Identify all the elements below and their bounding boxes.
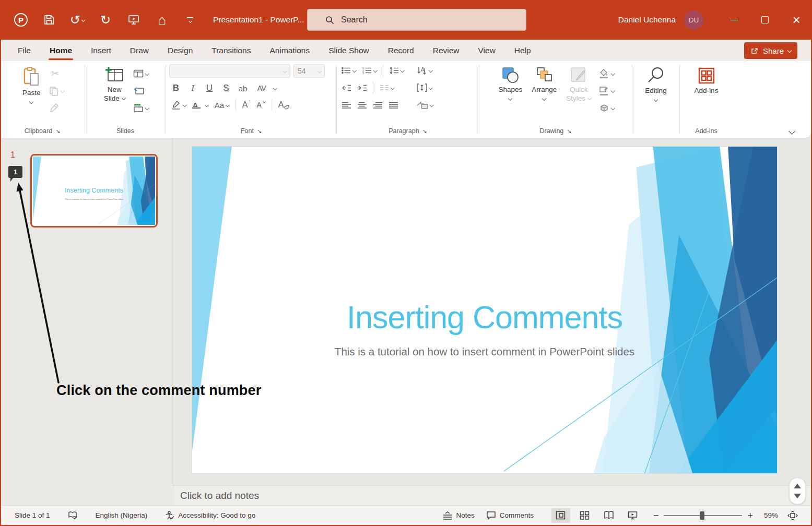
comments-toggle-button[interactable]: Comments: [481, 508, 538, 522]
zoom-in-button[interactable]: +: [747, 511, 753, 520]
editing-button[interactable]: Editing: [642, 64, 669, 103]
tab-home[interactable]: Home: [40, 40, 81, 61]
italic-button[interactable]: I: [186, 81, 199, 95]
numbering-button[interactable]: 1 2 3: [361, 64, 379, 77]
undo-button[interactable]: ↺: [70, 13, 85, 27]
reading-view-button[interactable]: [599, 508, 618, 523]
tab-design[interactable]: Design: [158, 40, 202, 61]
bullets-button[interactable]: [340, 64, 358, 77]
paragraph-dialog-launcher-icon[interactable]: ↘: [422, 128, 427, 135]
normal-view-button[interactable]: [551, 508, 570, 523]
decrease-indent-button[interactable]: [340, 81, 352, 94]
tab-help[interactable]: Help: [505, 40, 540, 61]
spellcheck-status[interactable]: [68, 511, 78, 520]
tab-animations[interactable]: Animations: [260, 40, 319, 61]
tab-slideshow[interactable]: Slide Show: [319, 40, 379, 61]
zoom-level[interactable]: 59%: [758, 511, 778, 519]
start-slideshow-icon[interactable]: [126, 13, 141, 27]
reset-slide-button[interactable]: [132, 85, 150, 97]
search-input[interactable]: Search: [307, 9, 526, 31]
language-status[interactable]: English (Nigeria): [96, 511, 148, 519]
minimize-button[interactable]: [718, 0, 749, 40]
cut-button[interactable]: ✂: [47, 67, 66, 80]
comment-badge[interactable]: 1: [8, 166, 22, 178]
line-spacing-button[interactable]: [388, 64, 406, 77]
font-name-combobox[interactable]: [169, 64, 290, 78]
accessibility-person-icon: [165, 511, 174, 520]
change-case-button[interactable]: Aa: [213, 99, 231, 111]
tab-review[interactable]: Review: [423, 40, 469, 61]
avatar[interactable]: DU: [684, 10, 703, 30]
font-color-button[interactable]: A: [191, 99, 210, 111]
shapes-button[interactable]: Shapes: [495, 64, 525, 102]
slideshow-view-button[interactable]: [623, 508, 642, 523]
new-slide-button[interactable]: New Slide: [101, 64, 128, 105]
bold-button[interactable]: B: [169, 81, 183, 95]
tab-record[interactable]: Record: [379, 40, 423, 61]
previous-slide-icon[interactable]: [794, 484, 801, 488]
decrease-font-size-button[interactable]: A: [255, 99, 266, 111]
increase-font-size-button[interactable]: Aˆ: [241, 99, 252, 111]
notes-pane[interactable]: Click to add notes: [172, 485, 811, 505]
slide-subtitle[interactable]: This is a tutorial on how to insert comm…: [192, 345, 777, 358]
clear-formatting-button[interactable]: A: [277, 99, 291, 111]
slide-title[interactable]: Inserting Comments: [192, 299, 777, 336]
align-center-button[interactable]: [356, 99, 368, 111]
tab-file[interactable]: File: [8, 40, 40, 61]
font-size-combobox[interactable]: 54: [293, 64, 325, 78]
quick-styles-button[interactable]: Quick Styles: [563, 64, 594, 105]
tab-draw[interactable]: Draw: [121, 40, 158, 61]
highlight-color-button[interactable]: [169, 99, 188, 111]
powerpoint-logo-icon[interactable]: P: [14, 13, 28, 27]
text-shadow-button[interactable]: S: [219, 81, 233, 95]
paste-button[interactable]: Paste: [19, 64, 44, 105]
next-slide-icon[interactable]: [794, 494, 801, 498]
user-name[interactable]: Daniel Uchenna: [618, 15, 676, 25]
shape-effects-button[interactable]: [597, 102, 616, 114]
format-painter-button[interactable]: [47, 102, 66, 114]
arrange-button[interactable]: Arrange: [528, 64, 560, 102]
slide-counter[interactable]: Slide 1 of 1: [15, 511, 50, 519]
redo-button[interactable]: ↻: [98, 13, 113, 27]
slide-sorter-view-button[interactable]: [575, 508, 594, 523]
zoom-out-button[interactable]: −: [653, 511, 659, 520]
shape-outline-button[interactable]: [597, 85, 616, 97]
slide-thumbnail[interactable]: Inserting Comments This is a tutorial on…: [30, 154, 158, 228]
section-button[interactable]: [132, 102, 150, 114]
strikethrough-button[interactable]: ab: [236, 81, 250, 95]
drawing-dialog-launcher-icon[interactable]: ↘: [567, 128, 571, 135]
home-icon[interactable]: ⌂: [155, 13, 169, 27]
customize-toolbar-icon[interactable]: [183, 13, 197, 27]
collapse-ribbon-icon[interactable]: [789, 128, 795, 135]
accessibility-status[interactable]: Accessibility: Good to go: [165, 511, 255, 520]
save-icon[interactable]: [42, 13, 56, 27]
zoom-slider-thumb[interactable]: [700, 511, 704, 520]
justify-button[interactable]: [387, 99, 399, 111]
close-button[interactable]: ×: [781, 0, 812, 40]
shapes-icon: [501, 66, 520, 84]
columns-button[interactable]: [378, 81, 396, 94]
maximize-button[interactable]: [749, 0, 781, 40]
tab-transitions[interactable]: Transitions: [202, 40, 260, 61]
font-dialog-launcher-icon[interactable]: ↘: [257, 128, 262, 135]
fit-slide-to-window-button[interactable]: [783, 508, 802, 523]
tab-insert[interactable]: Insert: [81, 40, 121, 61]
character-spacing-button[interactable]: AV: [253, 81, 270, 95]
align-right-button[interactable]: [371, 99, 384, 111]
align-text-button[interactable]: [415, 81, 435, 94]
notes-toggle-button[interactable]: Notes: [438, 509, 479, 522]
layout-button[interactable]: [132, 67, 150, 80]
tab-view[interactable]: View: [469, 40, 505, 61]
copy-button[interactable]: [47, 85, 66, 97]
clipboard-dialog-launcher-icon[interactable]: ↘: [55, 128, 60, 135]
addins-button[interactable]: Add-ins: [691, 64, 722, 98]
shape-fill-button[interactable]: [597, 67, 616, 80]
align-left-button[interactable]: [340, 99, 352, 111]
increase-indent-button[interactable]: [356, 81, 368, 94]
share-button[interactable]: Share: [744, 42, 797, 59]
text-direction-button[interactable]: A: [415, 64, 435, 77]
zoom-slider[interactable]: [664, 515, 742, 516]
slide[interactable]: Inserting Comments This is a tutorial on…: [192, 146, 778, 474]
convert-to-smartart-button[interactable]: [415, 99, 435, 111]
underline-button[interactable]: U: [203, 81, 216, 95]
